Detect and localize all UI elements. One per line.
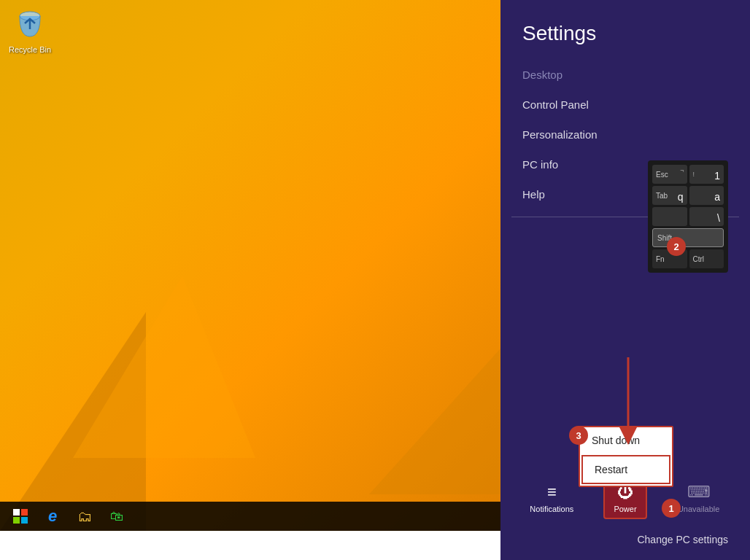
key-backslash: \: [689, 207, 724, 226]
recycle-bin-icon[interactable]: Recycle Bin: [9, 7, 51, 54]
key-esc: Esc¬: [652, 165, 687, 184]
keyboard-button[interactable]: ⌨ Unavailable: [677, 483, 721, 513]
keyboard-label: Unavailable: [678, 505, 719, 513]
svg-rect-4: [13, 517, 20, 524]
taskbar: e 🗂 🛍: [0, 502, 500, 531]
notifications-button[interactable]: ≡ Notifications: [530, 483, 573, 513]
recycle-bin-label: Recycle Bin: [9, 45, 51, 54]
svg-rect-5: [21, 517, 28, 524]
key-caps: [652, 207, 687, 226]
store-button[interactable]: 🛍: [102, 503, 131, 529]
keyboard-icon: ⌨: [687, 483, 711, 502]
ie-button[interactable]: e: [38, 503, 67, 529]
restart-option[interactable]: Restart: [581, 455, 670, 484]
svg-rect-3: [21, 509, 28, 516]
key-q: a: [689, 186, 724, 205]
key-shift: Shift: [652, 228, 724, 247]
settings-item-personalization[interactable]: Personalization: [500, 120, 750, 149]
notifications-icon: ≡: [547, 483, 557, 502]
svg-rect-2: [13, 509, 20, 516]
key-1: !1: [689, 165, 724, 184]
notifications-label: Notifications: [530, 505, 573, 513]
key-ctrl: Ctrl: [689, 249, 724, 268]
power-label: Power: [614, 505, 636, 513]
change-pc-settings[interactable]: Change PC settings: [500, 526, 750, 560]
desktop: Recycle Bin e 🗂 🛍: [0, 0, 500, 531]
start-button[interactable]: [6, 503, 35, 529]
recycle-bin-image: [12, 7, 47, 42]
badge-3: 3: [569, 426, 588, 445]
red-arrow: [610, 357, 646, 445]
badge-2: 2: [667, 237, 686, 256]
badge-1: 1: [662, 499, 681, 518]
settings-title: Settings: [500, 0, 750, 60]
key-tab: Tabq: [652, 186, 687, 205]
settings-item-desktop[interactable]: Desktop: [500, 60, 750, 90]
settings-item-control-panel[interactable]: Control Panel: [500, 90, 750, 120]
file-explorer-button[interactable]: 🗂: [70, 503, 99, 529]
keyboard-overlay: Esc¬ !1 Tabq a \ Shift Fn Ctrl: [648, 160, 728, 273]
